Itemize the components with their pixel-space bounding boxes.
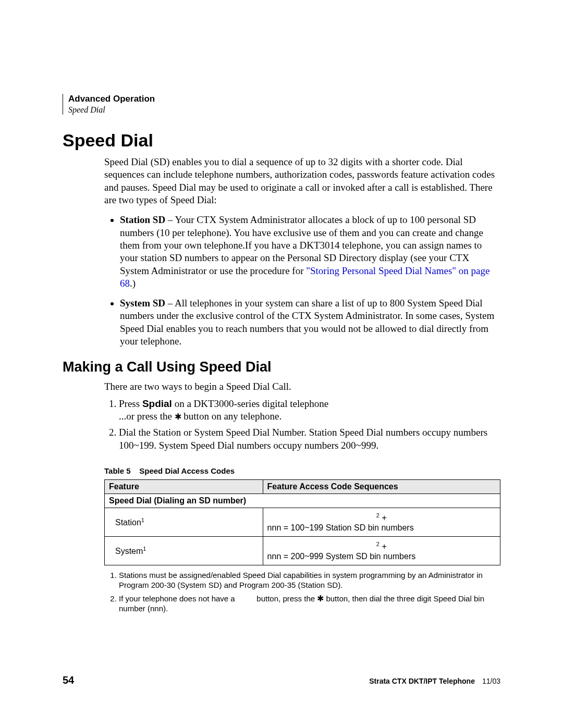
table-header-row: Feature Feature Access Code Sequences	[105, 480, 500, 494]
footnote-ref: 1	[141, 517, 144, 523]
page-number: 54	[63, 674, 74, 686]
table-row: System1 2 + nnn = 200~999 System SD bin …	[105, 537, 500, 565]
speed-dial-codes-table: Feature Feature Access Code Sequences Sp…	[104, 479, 500, 565]
footnote-1: Stations must be assigned/enabled Speed …	[119, 571, 500, 590]
footnote-list: Stations must be assigned/enabled Speed …	[104, 571, 500, 613]
intro-paragraph: Speed Dial (SD) enables you to dial a se…	[104, 156, 500, 206]
plus-sign: +	[382, 542, 386, 551]
document-page: Advanced Operation Speed Dial Speed Dial…	[0, 0, 563, 728]
table-number: Table 5	[104, 466, 131, 475]
code-description: nnn = 200~999 System SD bin numbers	[267, 552, 496, 561]
heading-1: Speed Dial	[63, 130, 500, 151]
chapter-name: Advanced Operation	[68, 94, 500, 104]
table-row: Station1 2 + nnn = 100~199 Station SD bi…	[105, 508, 500, 537]
step-1: Press Spdial on a DKT3000-series digital…	[119, 398, 500, 423]
step-text: Press	[119, 398, 142, 409]
body-paragraph: There are two ways to begin a Speed Dial…	[104, 380, 500, 393]
bullet-text: – All telephones in your system can shar…	[120, 298, 494, 347]
footnote-ref: 2	[376, 512, 380, 519]
plus-sign: +	[382, 514, 386, 523]
step-2: Dial the Station or System Speed Dial Nu…	[119, 426, 500, 452]
bullet-list: Station SD – Your CTX System Administrat…	[104, 214, 500, 348]
footer-right-block: Strata CTX DKT/IPT Telephone11/03	[369, 676, 500, 686]
table-caption: Table 5 Speed Dial Access Codes	[104, 466, 500, 475]
step-text: on a DKT3000-series digital telephone	[172, 398, 328, 409]
footnote-text: button, press the	[254, 594, 317, 603]
code-cell: 2 + nnn = 100~199 Station SD bin numbers	[263, 508, 500, 537]
group-header: Speed Dial (Dialing an SD number)	[105, 494, 500, 508]
code-description: nnn = 100~199 Station SD bin numbers	[267, 523, 496, 533]
col-feature: Feature	[105, 480, 263, 494]
bullet-system-sd: System SD – All telephones in your syste…	[120, 297, 500, 348]
table-title: Speed Dial Access Codes	[139, 466, 235, 475]
footnote-ref: 2	[376, 541, 380, 547]
feature-cell: Station1	[105, 508, 263, 537]
numbered-steps: Press Spdial on a DKT3000-series digital…	[104, 398, 500, 452]
page-footer: 54 Strata CTX DKT/IPT Telephone11/03	[63, 674, 500, 686]
bullet-text-end: .)	[130, 278, 136, 289]
feature-name: System	[115, 547, 143, 556]
bullet-bold: Station SD	[120, 214, 165, 225]
bullet-bold: System SD	[120, 298, 165, 309]
footnote-ref: 1	[143, 546, 146, 552]
product-name: Strata CTX DKT/IPT Telephone	[369, 677, 475, 685]
section-name: Speed Dial	[68, 105, 500, 115]
footnote-2: If your telephone does not have a button…	[119, 594, 500, 614]
bullet-station-sd: Station SD – Your CTX System Administrat…	[120, 214, 500, 290]
doc-date: 11/03	[482, 677, 500, 685]
star-key-icon: ✱	[175, 412, 181, 421]
feature-cell: System1	[105, 537, 263, 565]
step-text: Dial the Station or System Speed Dial Nu…	[119, 427, 487, 451]
step-text: ...or press the	[119, 411, 175, 422]
footnote-text: If your telephone does not have a	[119, 594, 237, 603]
step-text: button on any telephone.	[181, 411, 282, 422]
heading-2: Making a Call Using Speed Dial	[63, 359, 500, 375]
running-header: Advanced Operation Speed Dial	[63, 94, 500, 115]
key-label-spdial: Spdial	[142, 398, 172, 409]
star-key-icon: ✱	[317, 594, 324, 603]
code-cell: 2 + nnn = 200~999 System SD bin numbers	[263, 537, 500, 565]
feature-name: Station	[115, 519, 141, 527]
col-facs: Feature Access Code Sequences	[263, 480, 500, 494]
table-group-row: Speed Dial (Dialing an SD number)	[105, 494, 500, 508]
